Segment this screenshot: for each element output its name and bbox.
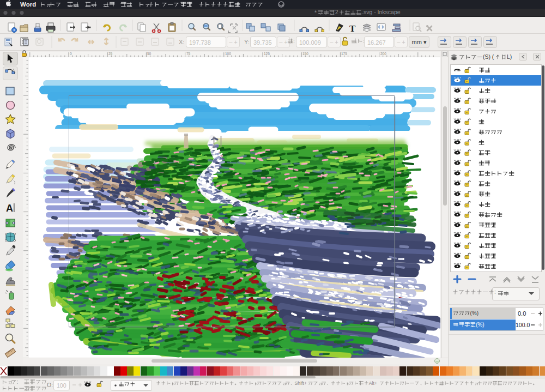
- svg-text:Alt+: Alt+: [369, 381, 377, 386]
- svg-text:O:: O:: [47, 382, 53, 388]
- svg-text::: :: [31, 385, 32, 391]
- svg-text::: :: [17, 379, 19, 385]
- svg-text:A: A: [6, 203, 13, 214]
- svg-text:Shift+: Shift+: [295, 381, 307, 386]
